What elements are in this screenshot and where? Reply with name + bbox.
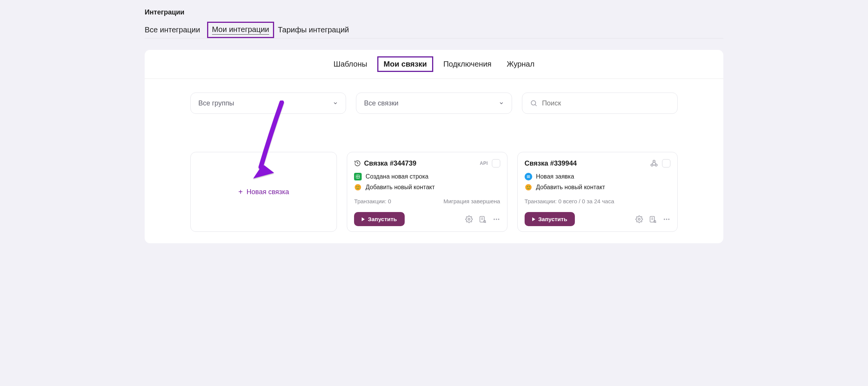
svg-point-17: [651, 164, 653, 166]
card-action-text: Добавить новый контакт: [536, 184, 605, 191]
card-stats-left: Транзакции: 0 всего / 0 за 24 часа: [525, 198, 614, 204]
inner-tabs: Шаблоны Мои связки Подключения Журнал: [145, 50, 723, 79]
groups-select-label: Все группы: [198, 99, 234, 107]
page-title: Интеграции: [145, 0, 723, 22]
search-box[interactable]: [522, 93, 678, 114]
top-tabs: Все интеграции Мои интеграции Тарифы инт…: [145, 22, 723, 38]
svg-point-25: [529, 186, 530, 187]
card-action-line: Добавить новый контакт: [525, 183, 670, 191]
svg-point-15: [496, 219, 497, 220]
tab-integration-tariffs[interactable]: Тарифы интеграций: [278, 22, 352, 38]
links-select[interactable]: Все связки: [356, 93, 512, 114]
svg-point-30: [654, 220, 656, 222]
tab-templates[interactable]: Шаблоны: [333, 60, 367, 69]
tab-connections[interactable]: Подключения: [443, 60, 491, 69]
svg-point-0: [531, 100, 536, 105]
links-select-label: Все связки: [364, 99, 398, 107]
list-icon[interactable]: [649, 215, 657, 223]
tab-all-integrations[interactable]: Все интеграции: [145, 22, 203, 38]
select-checkbox[interactable]: [662, 159, 670, 167]
chevron-down-icon: [499, 100, 504, 106]
svg-point-24: [527, 186, 528, 187]
sheets-icon: [354, 173, 362, 180]
request-icon: [525, 173, 532, 180]
search-input[interactable]: [542, 99, 670, 107]
svg-point-16: [498, 219, 499, 220]
card-title: Связка #344739: [364, 160, 416, 167]
main-panel: Шаблоны Мои связки Подключения Журнал Вс…: [145, 50, 723, 243]
svg-point-32: [664, 219, 665, 220]
contact-icon: [525, 183, 532, 191]
gear-icon[interactable]: [465, 215, 473, 223]
card-title: Связка #339944: [525, 160, 577, 167]
run-button-label: Запустить: [368, 216, 397, 222]
svg-line-31: [656, 222, 656, 223]
more-icon[interactable]: [493, 215, 500, 223]
svg-point-26: [638, 218, 640, 220]
svg-point-7: [359, 186, 360, 187]
card-stats-right: Миграция завершена: [444, 198, 500, 204]
svg-point-33: [666, 219, 667, 220]
svg-point-14: [493, 219, 495, 220]
new-link-label: Новая связка: [247, 188, 289, 196]
link-card: Связка #339944 Новая заявка: [517, 152, 678, 232]
card-action-text: Добавить новый контакт: [365, 184, 435, 191]
card-stats-left: Транзакции: 0: [354, 198, 391, 204]
run-button-label: Запустить: [538, 216, 567, 222]
card-trigger-text: Новая заявка: [536, 173, 574, 180]
link-card: Связка #344739 API Создана новая строка: [347, 152, 507, 232]
filters-row: Все группы Все связки: [145, 79, 723, 114]
select-checkbox[interactable]: [492, 159, 500, 167]
svg-point-18: [655, 164, 657, 166]
new-link-card[interactable]: + Новая связка: [190, 152, 337, 232]
tab-journal[interactable]: Журнал: [507, 60, 535, 69]
run-button[interactable]: Запустить: [525, 212, 575, 226]
svg-point-6: [357, 186, 358, 187]
svg-point-34: [668, 219, 669, 220]
tab-my-integrations[interactable]: Мои интеграции: [207, 22, 274, 38]
svg-point-8: [468, 218, 470, 220]
svg-point-5: [355, 184, 361, 191]
cards-row: + Новая связка Связка #344739 API: [145, 152, 723, 232]
chevron-down-icon: [333, 100, 338, 106]
api-badge: API: [480, 161, 488, 166]
contact-icon: [354, 183, 362, 191]
svg-line-13: [485, 222, 486, 223]
card-trigger-line: Новая заявка: [525, 173, 670, 180]
gear-icon[interactable]: [635, 215, 643, 223]
tab-my-links[interactable]: Мои связки: [377, 56, 434, 72]
card-action-line: Добавить новый контакт: [354, 183, 500, 191]
webhook-icon: [650, 159, 658, 167]
list-icon[interactable]: [479, 215, 487, 223]
card-trigger-text: Создана новая строка: [365, 173, 428, 180]
play-icon: [532, 217, 535, 221]
svg-point-23: [525, 184, 531, 191]
svg-point-12: [483, 220, 485, 222]
run-button[interactable]: Запустить: [354, 212, 404, 226]
history-icon: [354, 160, 361, 167]
play-icon: [362, 217, 365, 221]
svg-line-1: [535, 105, 536, 106]
groups-select[interactable]: Все группы: [190, 93, 346, 114]
plus-icon: +: [238, 188, 243, 196]
search-icon: [530, 99, 538, 107]
more-icon[interactable]: [663, 215, 670, 223]
card-trigger-line: Создана новая строка: [354, 173, 500, 180]
tab-my-integrations-label: Мои интеграции: [212, 25, 269, 35]
